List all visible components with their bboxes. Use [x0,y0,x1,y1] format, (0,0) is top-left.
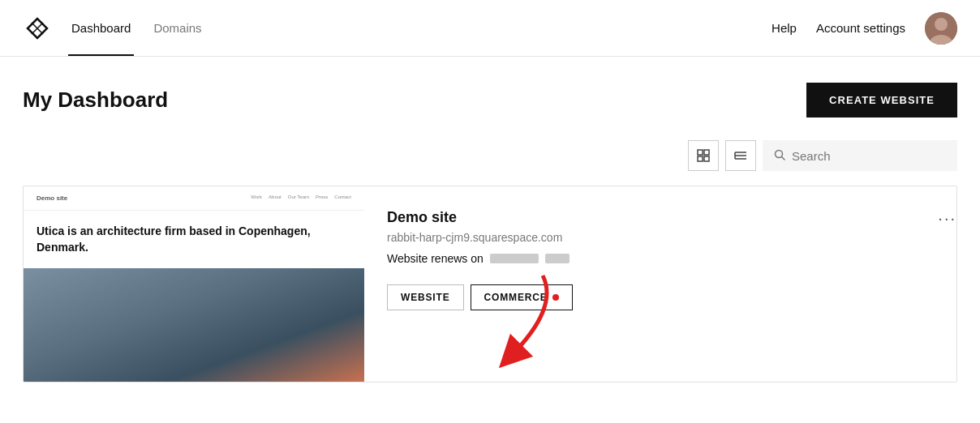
renew-date-redacted-2 [545,254,570,263]
header-right: Help Account settings [772,12,957,45]
site-url: rabbit-harp-cjm9.squarespace.com [387,231,934,244]
grid-view-icon [696,148,711,163]
preview-nav-links: Work About Our Team Press Contact [251,194,351,202]
site-card-wrapper: Demo site Work About Our Team Press Cont… [24,186,956,382]
create-website-button[interactable]: CREATE WEBSITE [806,83,957,118]
renew-date-redacted [490,254,539,263]
preview-image [24,268,364,382]
renew-label: Website renews on [387,252,484,265]
main-nav: Dashboard Domains [68,0,221,56]
commerce-label: COMMERCE [484,292,548,303]
site-preview: Demo site Work About Our Team Press Cont… [24,186,364,382]
logo-icon[interactable] [23,14,52,43]
website-tag-button[interactable]: WEBSITE [387,284,464,310]
search-icon [774,149,785,163]
site-info: ··· Demo site rabbit-harp-cjm9.squarespa… [364,186,956,382]
site-renew-row: Website renews on [387,252,934,265]
list-view-button[interactable] [725,140,756,171]
svg-rect-4 [704,150,709,155]
more-options-button[interactable]: ··· [938,209,956,228]
svg-rect-5 [698,156,703,161]
page-content: My Dashboard CREATE WEBSITE [0,57,980,405]
list-view-icon [733,148,748,163]
site-tags: WEBSITE COMMERCE [387,284,934,310]
sites-container: Demo site Work About Our Team Press Cont… [23,186,957,382]
preview-content: Utica is an architecture firm based in C… [24,211,364,268]
commerce-status-dot [552,294,559,301]
svg-rect-6 [704,156,709,161]
site-card: Demo site Work About Our Team Press Cont… [24,186,956,382]
nav-item-domains[interactable]: Domains [150,0,204,56]
toolbar [23,140,957,171]
help-link[interactable]: Help [772,21,797,35]
grid-view-button[interactable] [688,140,719,171]
preview-nav: Demo site Work About Our Team Press Cont… [24,186,364,211]
svg-rect-3 [698,150,703,155]
arrow-annotation [429,267,575,373]
header: Dashboard Domains Help Account settings [0,0,980,57]
site-name: Demo site [387,209,934,226]
preview-logo: Demo site [37,194,67,202]
page-header: My Dashboard CREATE WEBSITE [23,83,957,118]
search-box[interactable] [763,140,957,171]
search-input[interactable] [792,149,946,163]
preview-heading: Utica is an architecture firm based in C… [37,224,351,255]
svg-point-1 [935,18,948,31]
avatar[interactable] [925,12,957,45]
account-settings-link[interactable]: Account settings [816,21,905,35]
page-title: My Dashboard [23,88,168,113]
svg-line-12 [782,156,785,160]
nav-item-dashboard[interactable]: Dashboard [68,0,134,56]
commerce-tag-button[interactable]: COMMERCE [471,284,573,310]
